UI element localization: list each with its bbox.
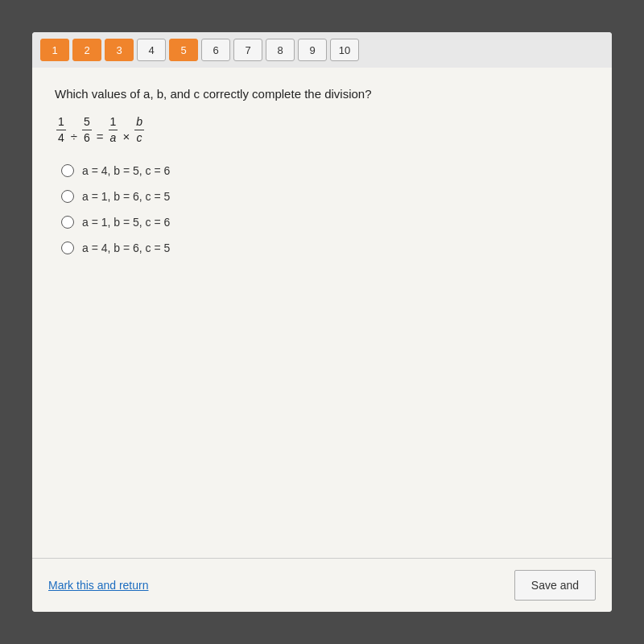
multiply-operator: × <box>122 130 130 145</box>
radio-C[interactable] <box>61 216 74 229</box>
content-area: Which values of a, b, and c correctly co… <box>32 68 612 558</box>
quiz-container: 1 2 3 4 5 6 7 8 9 10 Which values of a, … <box>32 32 612 612</box>
math-equation: 1 4 ÷ 5 6 = 1 a × b c <box>55 115 589 145</box>
option-D[interactable]: a = 4, b = 6, c = 5 <box>61 242 589 254</box>
tab-5[interactable]: 5 <box>169 39 198 61</box>
tab-10[interactable]: 10 <box>330 39 359 61</box>
fraction-1-a: 1 a <box>109 115 118 145</box>
radio-B[interactable] <box>61 190 74 203</box>
fraction-5-6: 5 6 <box>82 115 92 145</box>
option-C-label: a = 1, b = 5, c = 6 <box>82 216 170 229</box>
tab-2[interactable]: 2 <box>72 39 101 61</box>
mark-return-link[interactable]: Mark this and return <box>48 579 149 592</box>
tab-1[interactable]: 1 <box>40 39 69 61</box>
tab-6[interactable]: 6 <box>201 39 230 61</box>
tab-7[interactable]: 7 <box>233 39 262 61</box>
option-B-label: a = 1, b = 6, c = 5 <box>82 190 170 203</box>
tab-9[interactable]: 9 <box>298 39 327 61</box>
option-D-label: a = 4, b = 6, c = 5 <box>82 242 170 254</box>
option-C[interactable]: a = 1, b = 5, c = 6 <box>61 216 589 229</box>
equals-operator: = <box>97 130 104 145</box>
radio-A[interactable] <box>61 164 74 177</box>
footer: Mark this and return Save and <box>32 558 612 612</box>
options-list: a = 4, b = 5, c = 6 a = 1, b = 6, c = 5 … <box>55 164 589 254</box>
tab-4[interactable]: 4 <box>137 39 166 61</box>
option-B[interactable]: a = 1, b = 6, c = 5 <box>61 190 589 203</box>
question-text: Which values of a, b, and c correctly co… <box>55 87 589 101</box>
fraction-1-4: 1 4 <box>56 115 66 145</box>
tab-3[interactable]: 3 <box>105 39 134 61</box>
option-A[interactable]: a = 4, b = 5, c = 6 <box>61 164 589 177</box>
tab-8[interactable]: 8 <box>266 39 295 61</box>
save-button[interactable]: Save and <box>514 570 596 601</box>
fraction-b-c: b c <box>134 115 144 145</box>
tabs-bar: 1 2 3 4 5 6 7 8 9 10 <box>32 32 612 68</box>
radio-D[interactable] <box>61 242 74 254</box>
option-A-label: a = 4, b = 5, c = 6 <box>82 164 170 177</box>
division-operator: ÷ <box>71 130 77 145</box>
